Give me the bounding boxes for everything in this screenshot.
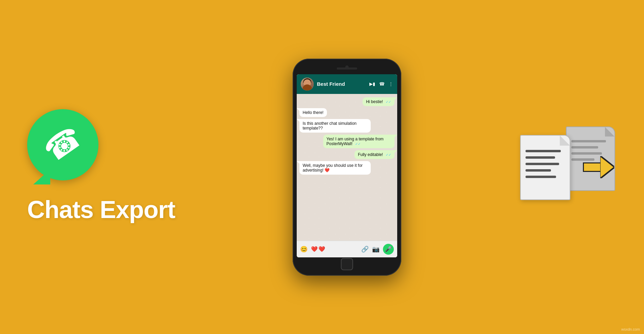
more-options-icon[interactable]: ⋮ <box>389 81 393 86</box>
message-text-6: Well, maybe you should use it for advert… <box>303 163 363 173</box>
emoji-icon[interactable]: 😊 <box>300 245 308 253</box>
left-section: ☎ Chats Export <box>27 111 175 223</box>
message-sent-5: Fully editable! ✓✓ <box>354 150 394 159</box>
doc-front-line <box>526 176 556 178</box>
toolbar-hearts: ❤️ ❤️ <box>311 246 325 252</box>
doc-front-line <box>526 169 551 172</box>
paperclip-icon[interactable]: 🔗 <box>361 245 369 253</box>
message-sent-1: Hi bestie! ✓✓ <box>363 97 394 106</box>
phone-bottom <box>297 257 397 271</box>
chats-export-title: Chats Export <box>27 196 175 223</box>
contact-name: Best Friend <box>317 81 366 87</box>
avatar-body <box>302 84 312 91</box>
heart-icon-2: ❤️ <box>318 246 325 252</box>
message-text-3: Is this another chat simulation template… <box>303 121 357 131</box>
export-arrow <box>583 157 613 177</box>
doc-line <box>571 146 598 149</box>
msg-tick-1: ✓✓ <box>386 100 391 104</box>
heart-icon-1: ❤️ <box>311 246 318 252</box>
toolbar-right: 🔗 📷 🎤 <box>361 244 394 255</box>
message-text-2: Hello there! <box>303 110 324 115</box>
arrow-head <box>601 157 613 177</box>
arrow-shaft <box>583 162 601 172</box>
message-received-2: Hello there! <box>299 108 327 117</box>
phone-camera <box>345 65 349 69</box>
message-received-3: Is this another chat simulation template… <box>299 119 371 133</box>
doc-line <box>571 152 602 155</box>
msg-tick-4: ✓✓ <box>355 142 361 146</box>
doc-front <box>520 135 570 200</box>
wa-avatar <box>301 78 314 91</box>
watermark: wsxdn.com <box>621 327 640 331</box>
wa-toolbar: 😊 ❤️ ❤️ 🔗 📷 🎤 <box>297 241 397 257</box>
msg-tick-5: ✓✓ <box>386 153 391 157</box>
home-button[interactable] <box>341 258 353 270</box>
phone-call-icon[interactable]: ☎ <box>379 81 385 86</box>
whatsapp-logo: ☎ <box>27 111 102 185</box>
doc-front-line <box>526 156 555 159</box>
right-section <box>518 125 617 210</box>
wa-header: Best Friend ▶▮ ☎ ⋮ <box>297 74 397 94</box>
mic-button[interactable]: 🎤 <box>383 244 394 255</box>
export-icon-container <box>518 125 617 210</box>
main-container: ☎ Chats Export <box>0 0 644 334</box>
wa-header-icons: ▶▮ ☎ ⋮ <box>369 81 393 86</box>
center-section: Best Friend ▶▮ ☎ ⋮ Hi bestie! ✓✓ <box>293 59 401 276</box>
phone-frame: Best Friend ▶▮ ☎ ⋮ Hi bestie! ✓✓ <box>293 59 401 276</box>
whatsapp-phone-icon: ☎ <box>37 118 89 169</box>
video-call-icon[interactable]: ▶▮ <box>369 81 375 86</box>
doc-line <box>571 140 606 142</box>
message-received-6: Well, maybe you should use it for advert… <box>299 161 371 175</box>
wa-chat-bg: Hi bestie! ✓✓ Hello there! Is this anoth… <box>297 94 397 241</box>
message-text-5: Fully editable! <box>358 152 383 157</box>
message-text-1: Hi bestie! <box>366 99 383 104</box>
doc-front-line <box>526 150 561 152</box>
message-sent-4: Yes! I am using a template from PosterMy… <box>323 135 394 148</box>
mic-icon: 🎤 <box>385 246 392 252</box>
phone-top-bar <box>297 63 397 73</box>
doc-front-line <box>526 163 559 165</box>
phone-screen: Best Friend ▶▮ ☎ ⋮ Hi bestie! ✓✓ <box>297 74 397 257</box>
camera-icon[interactable]: 📷 <box>372 245 380 253</box>
